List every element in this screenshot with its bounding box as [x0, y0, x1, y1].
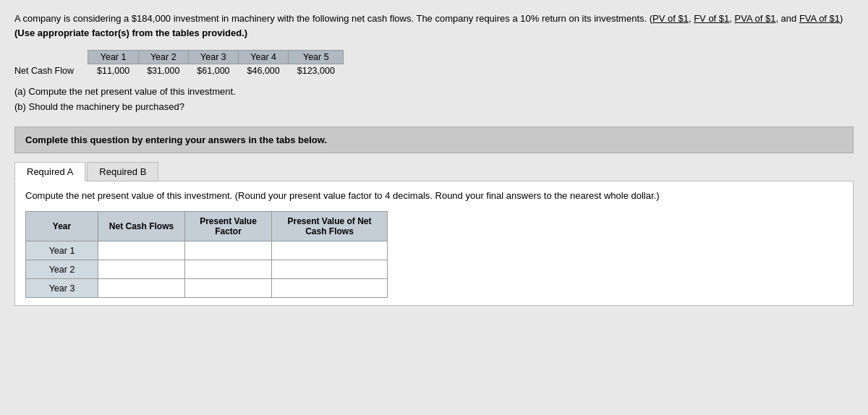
answer-table: Year Net Cash Flows Present Value Factor…	[25, 211, 446, 298]
year5-header: Year 5	[289, 51, 344, 64]
row1-pvncf-input[interactable]	[272, 241, 387, 260]
col-pv-factor: Present Value Factor	[185, 212, 272, 241]
col-net-cash-flows: Net Cash Flows	[98, 212, 185, 241]
row1-pvf-input[interactable]	[185, 241, 271, 260]
spacer-col	[388, 212, 446, 241]
row3-pvncf-cell	[272, 279, 388, 298]
tabs-row: Required A Required B	[14, 162, 854, 181]
ncf-year3: $61,000	[188, 64, 238, 78]
tab-required-a[interactable]: Required A	[14, 162, 85, 181]
ncf-year5: $123,000	[289, 64, 344, 78]
required-a-panel: Compute the net present value of this in…	[14, 181, 854, 307]
row1-ncf-cell	[98, 241, 185, 260]
complete-box: Complete this question by entering your …	[14, 127, 854, 153]
row2-pvncf-cell	[272, 260, 388, 279]
row3-year: Year 3	[26, 279, 98, 298]
year2-header: Year 2	[138, 51, 188, 64]
row1-year: Year 1	[26, 241, 98, 260]
instruction-bold: (Use appropriate factor(s) from the tabl…	[14, 27, 247, 38]
row2-year: Year 2	[26, 260, 98, 279]
row1-ncf-input[interactable]	[98, 241, 184, 260]
part-b-text: (b) Should the machinery be purchased?	[14, 100, 854, 115]
row3-spacer	[388, 279, 446, 298]
row2-ncf-cell	[98, 260, 185, 279]
pva-link[interactable]: PVA of $1	[735, 13, 776, 24]
part-a-text: (a) Compute the net present value of thi…	[14, 85, 854, 100]
row1-pvncf-cell	[272, 241, 388, 260]
table-row: Year 3	[26, 279, 446, 298]
row3-ncf-input[interactable]	[98, 279, 184, 297]
row3-ncf-cell	[98, 279, 185, 298]
pv-link[interactable]: PV of $1	[652, 13, 689, 24]
table-row: Year 1	[26, 241, 446, 260]
ncf-year4: $46,000	[239, 64, 289, 78]
col-pv-ncf: Present Value of Net Cash Flows	[272, 212, 388, 241]
ncf-year1: $11,000	[88, 64, 138, 78]
cash-flow-table: Year 1 Year 2 Year 3 Year 4 Year 5 Net C…	[14, 50, 344, 77]
required-a-instruction: Compute the net present value of this in…	[25, 189, 843, 203]
year1-header: Year 1	[88, 51, 138, 64]
row2-ncf-input[interactable]	[98, 260, 184, 278]
parts-ab: (a) Compute the net present value of thi…	[14, 85, 854, 115]
row2-pvf-input[interactable]	[185, 260, 271, 278]
tab-required-b[interactable]: Required B	[87, 162, 158, 181]
col-year: Year	[26, 212, 98, 241]
row3-pvf-input[interactable]	[185, 279, 271, 297]
table-row: Year 2	[26, 260, 446, 279]
fv-link[interactable]: FV of $1	[694, 13, 729, 24]
row1-spacer	[388, 241, 446, 260]
row2-spacer	[388, 260, 446, 279]
year3-header: Year 3	[188, 51, 238, 64]
row2-pvf-cell	[185, 260, 272, 279]
net-cash-flow-label: Net Cash Flow	[14, 64, 88, 78]
fva-link[interactable]: FVA of $1	[799, 13, 840, 24]
row2-pvncf-input[interactable]	[272, 260, 387, 278]
row3-pvf-cell	[185, 279, 272, 298]
row1-pvf-cell	[185, 241, 272, 260]
ncf-year2: $31,000	[138, 64, 188, 78]
row3-pvncf-input[interactable]	[272, 279, 387, 297]
intro-paragraph: A company is considering a $184,000 inve…	[14, 12, 854, 40]
year4-header: Year 4	[239, 51, 289, 64]
